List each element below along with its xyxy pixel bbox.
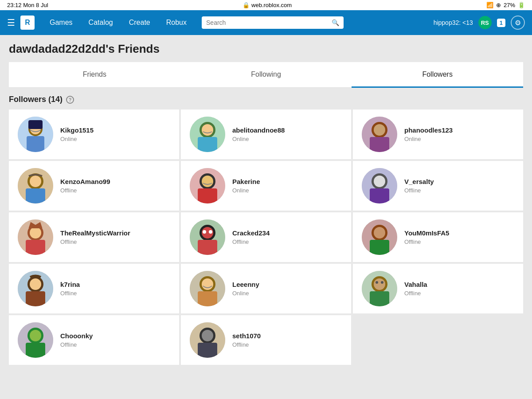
friend-card[interactable]: PakerineOnline (181, 161, 351, 211)
friend-info: PakerineOnline (232, 178, 342, 194)
svg-rect-32 (198, 240, 217, 255)
svg-point-11 (374, 124, 385, 136)
friend-info: abelitoandnoe88Online (232, 126, 342, 142)
friend-status: Offline (404, 239, 514, 245)
friend-name: Leeenny (232, 281, 342, 288)
svg-rect-20 (198, 188, 217, 203)
svg-rect-38 (370, 240, 389, 255)
friend-avatar (362, 219, 397, 255)
friend-name: V_ersalty (404, 178, 514, 185)
friend-card[interactable]: k7rinaOffline (9, 264, 179, 313)
nav-catalog[interactable]: Catalog (81, 10, 121, 35)
battery-icon: 🔋 (518, 2, 525, 8)
robux-icon[interactable]: RS (478, 16, 492, 29)
friend-avatar (18, 117, 53, 152)
friend-info: TheRealMysticWarriorOffline (60, 229, 170, 245)
nav-games[interactable]: Games (42, 10, 81, 35)
svg-rect-50 (370, 291, 389, 306)
friend-status: Offline (404, 290, 514, 297)
svg-point-7 (202, 124, 213, 136)
svg-rect-42 (26, 291, 45, 306)
nav-right: hippop32: <13 RS 1 ⚙ (434, 16, 525, 30)
friend-name: k7rina (60, 281, 170, 288)
svg-rect-56 (26, 343, 45, 358)
nav-robux[interactable]: Robux (158, 10, 195, 35)
svg-point-27 (30, 227, 41, 239)
friend-status: Offline (60, 341, 170, 348)
friend-status: Offline (60, 187, 170, 194)
notification-badge[interactable]: 1 (497, 19, 505, 27)
friend-name: phanoodles123 (404, 126, 514, 134)
friend-card[interactable]: Kikgo1515Online (9, 110, 179, 159)
friend-name: Pakerine (232, 178, 342, 185)
friend-card[interactable]: TheRealMysticWarriorOffline (9, 212, 179, 262)
friend-status: Online (232, 187, 342, 194)
status-url: 🔒 web.roblox.com (243, 2, 292, 8)
friend-avatar (18, 322, 53, 358)
friend-avatar (362, 271, 397, 306)
friend-avatar (362, 168, 397, 203)
svg-rect-2 (27, 136, 44, 152)
help-icon[interactable]: ? (66, 96, 74, 104)
tab-followers[interactable]: Followers (352, 63, 523, 88)
friend-name: Chooonky (60, 332, 170, 340)
friend-info: Cracked234Offline (232, 229, 342, 245)
tab-following[interactable]: Following (180, 63, 352, 88)
page-content: dawdadad22d2dd's Friends Friends Followi… (0, 35, 532, 379)
friend-info: Kikgo1515Online (60, 126, 170, 142)
followers-heading: Followers (14) ? (9, 95, 523, 104)
settings-icon[interactable]: ⚙ (511, 16, 525, 30)
friend-status: Online (232, 136, 342, 142)
friend-avatar (18, 271, 53, 306)
svg-point-34 (209, 230, 212, 234)
friend-card[interactable]: KenzoAmano99Offline (9, 161, 179, 211)
svg-rect-24 (370, 188, 389, 203)
friend-avatar (190, 219, 225, 255)
wifi-icon: 📶 (486, 2, 493, 8)
hamburger-menu[interactable]: ☰ (7, 17, 15, 28)
page-title: dawdadad22d2dd's Friends (9, 42, 523, 56)
search-bar[interactable]: 🔍 (202, 16, 344, 29)
search-input[interactable] (206, 19, 329, 26)
friend-name: KenzoAmano99 (60, 178, 170, 185)
friend-card[interactable]: ChooonkyOffline (9, 315, 179, 365)
friend-status: Online (232, 290, 342, 297)
friend-card[interactable]: V_ersaltyOffline (353, 161, 523, 211)
roblox-logo[interactable]: R (20, 16, 35, 30)
friend-status: Offline (60, 290, 170, 297)
friend-name: seth1070 (232, 332, 342, 340)
friend-name: Cracked234 (232, 229, 342, 237)
friend-info: VahallaOffline (404, 281, 514, 297)
status-time: 23:12 Mon 8 Jul (7, 2, 48, 8)
battery-text: 27% (504, 2, 515, 8)
friend-avatar (18, 168, 53, 203)
svg-point-45 (202, 278, 213, 290)
friend-card[interactable]: VahallaOffline (353, 264, 523, 313)
friend-info: k7rinaOffline (60, 281, 170, 297)
friend-card[interactable]: YouM0mIsFA5Offline (353, 212, 523, 262)
friend-card[interactable]: seth1070Offline (181, 315, 351, 365)
friend-info: V_ersaltyOffline (404, 178, 514, 194)
status-bar: 23:12 Mon 8 Jul 🔒 web.roblox.com 📶 ⊕ 27%… (0, 0, 532, 10)
friend-avatar (190, 322, 225, 358)
svg-rect-12 (370, 137, 389, 152)
search-icon: 🔍 (332, 19, 339, 26)
svg-point-41 (30, 278, 41, 290)
nav-create[interactable]: Create (121, 10, 158, 35)
svg-point-55 (30, 330, 41, 341)
friend-card[interactable]: phanoodles123Online (353, 110, 523, 159)
friend-status: Offline (232, 239, 342, 245)
friend-avatar (362, 117, 397, 152)
friend-card[interactable]: abelitoandnoe88Online (181, 110, 351, 159)
tab-friends[interactable]: Friends (9, 63, 180, 88)
friend-card[interactable]: Cracked234Offline (181, 212, 351, 262)
friend-name: Vahalla (404, 281, 514, 288)
svg-point-52 (381, 281, 383, 284)
followers-grid: Kikgo1515Onlineabelitoandnoe88Onlinephan… (9, 110, 523, 365)
svg-point-19 (202, 176, 213, 187)
svg-point-33 (203, 230, 206, 234)
friend-status: Offline (60, 239, 170, 245)
friend-card[interactable]: LeeennyOnline (181, 264, 351, 313)
signal-icon: ⊕ (496, 2, 501, 8)
friend-info: phanoodles123Online (404, 126, 514, 142)
